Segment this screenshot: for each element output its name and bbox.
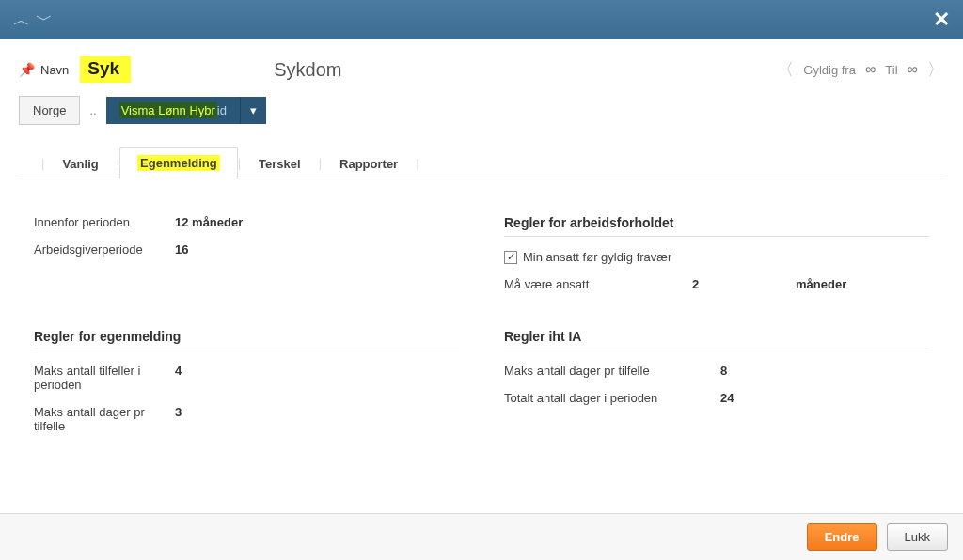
period-section: Innenfor perioden 12 måneder Arbeidsgive… [34,215,459,304]
maks-dager-value: 3 [175,405,182,433]
arbeidsforhold-section: Regler for arbeidsforholdet ✓ Min ansatt… [504,215,929,304]
maks-dager-label: Maks antall dager pr tilfelle [34,405,175,433]
navn-label: Navn [40,63,69,77]
min-ansatt-checkbox[interactable]: ✓ [504,251,517,264]
til-label: Til [885,63,897,77]
ma-vaere-value: 2 [692,277,796,291]
hybrid-rest: id [217,103,227,117]
content-area: Innenfor perioden 12 måneder Arbeidsgive… [0,193,963,513]
footer-bar: Endre Lukk [0,513,963,560]
prev-validity-icon[interactable]: 〈 [777,58,794,81]
titlebar: ︿ ﹀ ✕ [0,0,963,39]
chevron-down-icon[interactable]: ﹀ [36,11,53,28]
tab-egenmelding-label: Egenmelding [137,155,220,171]
close-icon[interactable]: ✕ [933,8,950,32]
gyldig-fra-label: Gyldig fra [803,63,856,77]
dialog-window: ︿ ﹀ ✕ 📌 Navn Syk Sykdom 〈 Gyldig fra ∞ T… [0,0,963,560]
ia-rules-title: Regler iht IA [504,329,929,350]
ia-maks-dager-label: Maks antall dager pr tilfelle [504,364,720,378]
innenfor-perioden-label: Innenfor perioden [34,215,175,229]
syk-highlight: Syk [80,56,131,83]
norge-button[interactable]: Norge [19,96,80,125]
arbeidsgiverperiode-label: Arbeidsgiverperiode [34,242,175,257]
toolbar-row: Norge .. Visma Lønn Hybrid ▾ [19,96,944,125]
tab-vanlig[interactable]: Vanlig [44,148,116,179]
maks-tilfeller-label: Maks antall tilfeller i perioden [34,364,175,392]
header-area: 📌 Navn Syk Sykdom 〈 Gyldig fra ∞ Til ∞ 〉… [0,39,963,193]
pin-icon: 📌 [19,62,35,77]
lukk-button[interactable]: Lukk [887,523,948,551]
chevron-up-icon[interactable]: ︿ [13,11,30,28]
tab-terskel[interactable]: Terskel [241,148,319,179]
ma-vaere-label: Må være ansatt [504,277,692,291]
hybrid-dropdown-toggle[interactable]: ▾ [240,97,266,124]
maks-tilfeller-value: 4 [175,364,182,392]
hybrid-dropdown-group: Visma Lønn Hybrid ▾ [106,97,266,124]
endre-button[interactable]: Endre [807,523,877,551]
tab-rapporter[interactable]: Rapporter [322,148,416,179]
tab-bar: | Vanlig | Egenmelding | Terskel | Rappo… [19,146,944,179]
tab-egenmelding[interactable]: Egenmelding [119,147,238,179]
to-infinity: ∞ [908,61,918,78]
dots-separator: .. [86,103,100,117]
innenfor-perioden-value: 12 måneder [175,215,243,229]
arbeidsforhold-title: Regler for arbeidsforholdet [504,215,929,237]
ia-totalt-value: 24 [720,391,929,405]
ma-vaere-unit: måneder [796,277,929,291]
ia-rules-section: Regler iht IA Maks antall dager pr tilfe… [504,329,929,446]
arbeidsgiverperiode-value: 16 [175,242,188,257]
min-ansatt-label: Min ansatt før gyldig fravær [523,250,671,264]
page-title: Sykdom [274,59,341,81]
hybrid-button[interactable]: Visma Lønn Hybrid [106,97,240,124]
ia-totalt-label: Totalt antall dager i perioden [504,391,720,405]
hybrid-highlight: Visma Lønn Hybr [119,102,217,118]
ia-maks-dager-value: 8 [720,364,929,378]
navn-label-group: 📌 Navn [19,62,69,77]
egenmelding-rules-section: Regler for egenmelding Maks antall tilfe… [34,329,459,446]
validity-nav: 〈 Gyldig fra ∞ Til ∞ 〉 [777,58,944,81]
from-infinity: ∞ [865,61,876,78]
titlebar-nav: ︿ ﹀ [13,11,53,28]
egenmelding-rules-title: Regler for egenmelding [34,329,459,350]
next-validity-icon[interactable]: 〉 [927,58,944,81]
